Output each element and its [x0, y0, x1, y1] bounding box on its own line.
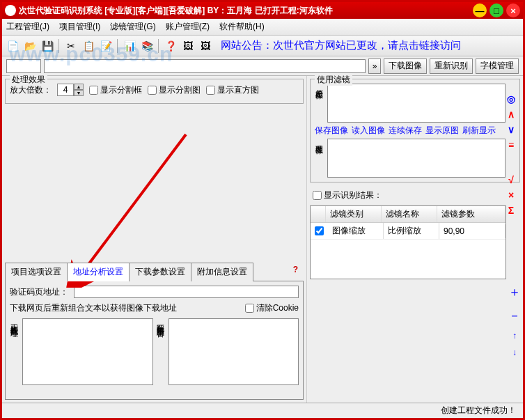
side-down-icon[interactable]: ∨	[508, 124, 515, 135]
minimize-button[interactable]: —	[473, 3, 487, 17]
toolbar-books-icon[interactable]: 📚	[139, 38, 155, 54]
close-button[interactable]: ×	[506, 3, 520, 17]
col-category[interactable]: 滤镜类别	[326, 206, 382, 222]
menu-help[interactable]: 软件帮助(H)	[219, 21, 265, 33]
zoom-input[interactable]	[57, 84, 74, 96]
remove-filter-icon[interactable]: －	[508, 307, 521, 324]
toolbar-cut-icon[interactable]: ✂	[63, 38, 79, 54]
window-title: 次世代验证码识别系统 [专业版][客户端][吾爱破解] BY：五月海 已打开工程…	[19, 5, 333, 17]
spin-down-icon[interactable]: ▼	[74, 90, 84, 96]
toolbar-chart-icon[interactable]: 📊	[122, 38, 137, 54]
menu-item[interactable]: 项目管理(I)	[59, 21, 100, 33]
maximize-button[interactable]: □	[489, 3, 503, 17]
announcement-link[interactable]: 网站公告：次世代官方网站已更改，请点击链接访问	[221, 39, 461, 52]
ck-splitimg[interactable]	[148, 86, 157, 95]
zoom-label: 放大倍数：	[10, 84, 52, 96]
toolbar-paste-icon[interactable]: 📝	[98, 38, 113, 54]
re-recognize-button[interactable]: 重新识别	[430, 59, 473, 74]
go-button[interactable]: »	[368, 59, 381, 74]
side-circle-icon[interactable]: ◎	[507, 93, 515, 104]
font-manage-button[interactable]: 字模管理	[476, 59, 519, 74]
link-show-orig[interactable]: 显示原图	[425, 125, 459, 135]
add-filter-icon[interactable]: ＋	[508, 283, 521, 300]
col-param[interactable]: 滤镜参数	[437, 206, 506, 222]
url-input[interactable]	[44, 59, 366, 73]
processed-image-label: 处理图像	[315, 139, 324, 178]
table-row[interactable]: 图像缩放 比例缩放 90,90	[311, 223, 506, 240]
effect-group-title: 处理效果	[10, 74, 47, 86]
toolbar-save-icon[interactable]: 💾	[40, 38, 55, 54]
link-load-image[interactable]: 读入图像	[352, 125, 385, 135]
ck-show-result[interactable]	[313, 191, 322, 200]
ck-clear-cookie[interactable]	[245, 304, 254, 313]
toolbar-new-icon[interactable]: 📄	[5, 38, 20, 54]
col-name[interactable]: 滤镜名称	[382, 206, 437, 222]
toolbar-image1-icon[interactable]: 🖼	[180, 38, 196, 54]
toolbar-copy-icon[interactable]: 📋	[81, 38, 96, 54]
ck-histogram[interactable]	[206, 86, 215, 95]
regex-input[interactable]	[22, 318, 153, 385]
side-check-icon[interactable]: √	[508, 174, 514, 185]
link-refresh[interactable]: 刷新显示	[462, 125, 496, 135]
combo-small[interactable]	[6, 59, 41, 73]
row-checkbox[interactable]	[315, 226, 324, 235]
side-x-icon[interactable]: ×	[508, 189, 514, 201]
tab-download-params[interactable]: 下载参数设置	[129, 263, 191, 281]
tab-project-options[interactable]: 项目选项设置	[5, 263, 68, 281]
match-label: 匹配结果重新组合	[156, 318, 166, 385]
status-text: 创建工程文件成功！	[441, 405, 516, 417]
original-image-label: 原始图像	[315, 84, 324, 123]
captcha-url-label: 验证码页地址：	[10, 286, 68, 298]
filter-table: 滤镜类别 滤镜名称 滤镜参数 图像缩放 比例缩放 90,90	[310, 205, 506, 279]
toolbar-open-icon[interactable]: 📂	[22, 38, 38, 54]
side-list-icon[interactable]: ≡	[508, 139, 514, 150]
match-input[interactable]	[169, 318, 299, 385]
toolbar-image2-icon[interactable]: 🖼	[198, 38, 213, 54]
side-sigma-icon[interactable]: Σ	[508, 205, 514, 216]
rebuild-label: 下载网页后重新组合文本以获得图像下载地址	[10, 302, 177, 314]
tab-help-icon[interactable]: ?	[288, 262, 304, 281]
ck-splitbox[interactable]	[89, 86, 98, 95]
move-down-icon[interactable]: ↓	[512, 348, 517, 357]
download-image-button[interactable]: 下载图像	[384, 59, 427, 74]
menu-account[interactable]: 账户管理(Z)	[166, 21, 210, 33]
spin-up-icon[interactable]: ▲	[74, 84, 84, 90]
use-filter-title: 使用滤镜	[315, 74, 352, 86]
move-up-icon[interactable]: ↑	[512, 331, 517, 341]
app-icon	[5, 5, 16, 16]
toolbar-help-icon[interactable]: ❓	[163, 38, 178, 54]
menu-filter[interactable]: 滤镜管理(G)	[110, 21, 155, 33]
menu-project[interactable]: 工程管理(J)	[6, 21, 49, 33]
svg-line-0	[81, 134, 186, 274]
preview-canvas	[5, 107, 304, 262]
side-up-icon[interactable]: ∧	[508, 109, 515, 120]
tab-extra-info[interactable]: 附加信息设置	[191, 263, 253, 281]
original-image-box	[327, 84, 506, 123]
link-save-image[interactable]: 保存图像	[315, 125, 348, 135]
regex-label: 正则表达匹配网址	[10, 318, 19, 385]
link-cont-save[interactable]: 连续保存	[389, 125, 422, 135]
processed-image-box	[327, 139, 506, 178]
tab-address-analysis[interactable]: 地址分析设置	[67, 263, 130, 281]
